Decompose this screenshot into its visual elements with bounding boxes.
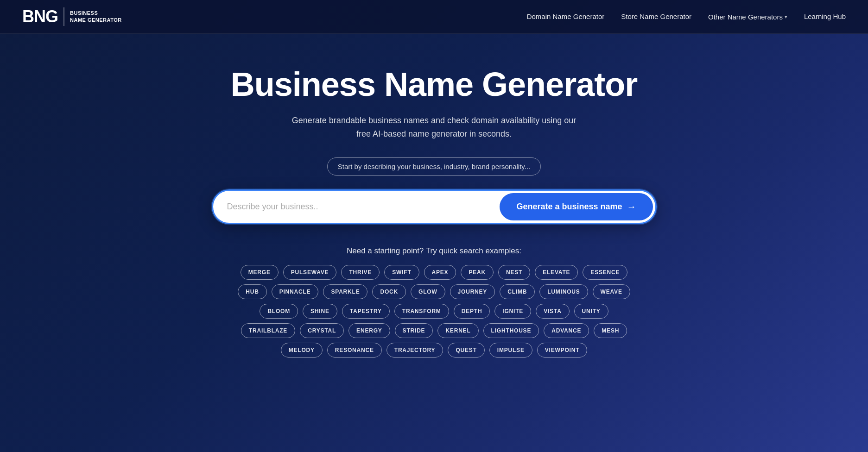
tag-depth[interactable]: DEPTH (454, 304, 490, 319)
nav-item-other[interactable]: Other Name Generators ▾ (708, 13, 787, 21)
logo-text: BUSINESS NAME GENERATOR (70, 10, 122, 24)
generate-button-label: Generate a business name (516, 202, 622, 212)
tag-pulsewave[interactable]: PULSEWAVE (283, 265, 337, 280)
tag-swift[interactable]: SWIFT (384, 265, 419, 280)
navbar: BNG BUSINESS NAME GENERATOR Domain Name … (0, 0, 868, 34)
tag-ignite[interactable]: IGNITE (494, 304, 531, 319)
logo-bng: BNG (22, 8, 58, 25)
tag-merge[interactable]: MERGE (241, 265, 279, 280)
tag-lighthouse[interactable]: LIGHTHOUSE (483, 323, 539, 338)
tag-crystal[interactable]: CRYSTAL (300, 323, 344, 338)
tag-vista[interactable]: VISTA (536, 304, 569, 319)
nav-item-domain[interactable]: Domain Name Generator (527, 13, 605, 21)
tag-climb[interactable]: CLIMB (500, 284, 535, 299)
tag-peak[interactable]: PEAK (461, 265, 494, 280)
tag-pinnacle[interactable]: PINNACLE (272, 284, 319, 299)
main-content: Business Name Generator Generate brandab… (0, 34, 868, 385)
tag-mesh[interactable]: MESH (594, 323, 627, 338)
nav-link-learning[interactable]: Learning Hub (804, 13, 846, 20)
logo-divider (63, 7, 64, 26)
search-input[interactable] (213, 192, 498, 222)
tag-thrive[interactable]: THRIVE (341, 265, 380, 280)
tag-viewpoint[interactable]: VIEWPOINT (537, 343, 588, 358)
tag-energy[interactable]: ENERGY (348, 323, 390, 338)
tag-weave[interactable]: WEAVE (593, 284, 630, 299)
nav-link-store[interactable]: Store Name Generator (621, 13, 691, 20)
page-subtitle: Generate brandable business names and ch… (286, 114, 583, 141)
generate-button[interactable]: Generate a business name → (500, 193, 653, 220)
tag-nest[interactable]: NEST (498, 265, 530, 280)
tag-trailblaze[interactable]: TRAILBLAZE (241, 323, 295, 338)
tag-impulse[interactable]: IMPULSE (489, 343, 532, 358)
tag-elevate[interactable]: ELEVATE (535, 265, 578, 280)
tag-resonance[interactable]: RESONANCE (327, 343, 382, 358)
tag-melody[interactable]: MELODY (281, 343, 323, 358)
tag-apex[interactable]: APEX (424, 265, 456, 280)
tag-quest[interactable]: QUEST (448, 343, 484, 358)
tag-stride[interactable]: STRIDE (395, 323, 433, 338)
tag-luminous[interactable]: LUMINOUS (539, 284, 588, 299)
logo[interactable]: BNG BUSINESS NAME GENERATOR (22, 7, 122, 26)
tag-transform[interactable]: TRANSFORM (394, 304, 449, 319)
logo-line1: BUSINESS (70, 10, 122, 17)
tag-tapestry[interactable]: TAPESTRY (342, 304, 390, 319)
tag-dock[interactable]: DOCK (372, 284, 406, 299)
nav-links: Domain Name Generator Store Name Generat… (527, 13, 846, 21)
tag-journey[interactable]: JOURNEY (450, 284, 495, 299)
tag-glow[interactable]: GLOW (411, 284, 445, 299)
tag-advance[interactable]: ADVANCE (544, 323, 589, 338)
tag-sparkle[interactable]: SPARKLE (323, 284, 367, 299)
tags-container: MERGEPULSEWAVETHRIVESWIFTAPEXPEAKNESTELE… (235, 265, 634, 358)
tag-trajectory[interactable]: TRAJECTORY (386, 343, 444, 358)
page-title: Business Name Generator (231, 66, 637, 103)
tag-hub[interactable]: HUB (238, 284, 266, 299)
nav-item-store[interactable]: Store Name Generator (621, 13, 691, 21)
tag-shine[interactable]: SHINE (303, 304, 337, 319)
tag-essence[interactable]: ESSENCE (583, 265, 627, 280)
logo-line2: NAME GENERATOR (70, 17, 122, 24)
chevron-down-icon: ▾ (785, 14, 787, 20)
nav-link-domain[interactable]: Domain Name Generator (527, 13, 605, 20)
nav-link-other-label: Other Name Generators (708, 13, 783, 21)
tag-kernel[interactable]: KERNEL (437, 323, 478, 338)
tag-bloom[interactable]: BLOOM (260, 304, 298, 319)
nav-link-other[interactable]: Other Name Generators ▾ (708, 13, 787, 21)
quick-search-label: Need a starting point? Try quick search … (347, 246, 521, 256)
nav-item-learning[interactable]: Learning Hub (804, 13, 846, 21)
arrow-icon: → (627, 201, 636, 212)
example-prompt: Start by describing your business, indus… (327, 157, 541, 176)
search-bar: Generate a business name → (212, 189, 657, 224)
tag-unity[interactable]: UNITY (574, 304, 608, 319)
